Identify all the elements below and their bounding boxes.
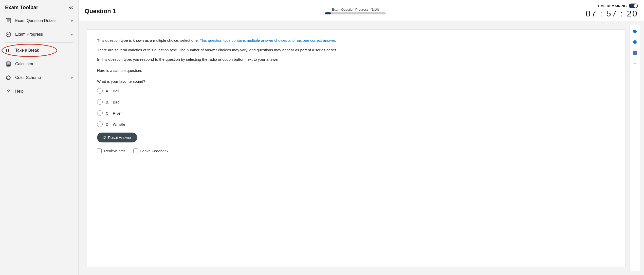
desc-line1-part1: This question type is known as a multipl… <box>97 38 199 43</box>
answer-option-c: C. River <box>97 110 615 116</box>
svg-line-23 <box>7 78 8 79</box>
collapse-icon[interactable]: ≪ <box>68 5 73 10</box>
chevron-color-scheme: ∨ <box>71 76 73 80</box>
reset-icon: ↺ <box>103 135 106 140</box>
svg-rect-9 <box>7 64 8 65</box>
question-title: Question 1 <box>85 8 125 15</box>
progress-count: (1/10) <box>371 8 379 11</box>
time-toggle[interactable] <box>629 4 638 8</box>
help-icon: ? <box>5 88 12 95</box>
answer-letter-b: B. <box>106 100 111 104</box>
calculator-icon <box>5 61 12 67</box>
desc-line1-part2: This question type contains multiple ans… <box>199 38 336 43</box>
answer-option-a: A. Bell <box>97 88 615 94</box>
sample-label: Here is a sample question: <box>97 67 615 74</box>
footer-checkboxes: Review later Leave Feedback <box>97 149 615 153</box>
reset-answer-button[interactable]: ↺ Reset Answer <box>97 133 137 142</box>
answer-label-a[interactable]: A. Bell <box>106 89 119 93</box>
svg-point-4 <box>6 32 11 37</box>
description-line2: There are several varieties of this ques… <box>97 47 615 53</box>
sidebar-header: Exam Toolbar ≪ <box>0 0 78 14</box>
answer-option-b: B. Bird <box>97 99 615 105</box>
sidebar-item-label-calculator: Calculator <box>15 62 73 66</box>
answer-text-a: Bell <box>113 89 119 93</box>
review-later-item[interactable]: Review later <box>97 149 125 153</box>
answer-letter-a: A. <box>106 89 111 93</box>
svg-line-20 <box>7 76 8 77</box>
svg-rect-14 <box>9 65 10 66</box>
svg-rect-11 <box>9 64 10 65</box>
sidebar-item-calculator[interactable]: Calculator <box>0 57 78 71</box>
main-area: Question 1 Exam Question Progress (1/10)… <box>79 0 644 275</box>
exam-progress-icon <box>5 31 12 38</box>
sidebar-item-label-exam-question-details: Exam Question Details <box>15 18 67 23</box>
review-later-checkbox[interactable] <box>97 149 102 153</box>
take-a-break-icon <box>5 47 12 54</box>
progress-label: Exam Question Progress (1/10) <box>332 8 379 11</box>
leave-feedback-item[interactable]: Leave Feedback <box>133 149 169 153</box>
svg-line-22 <box>9 76 10 77</box>
answer-label-b[interactable]: B. Bird <box>106 100 120 104</box>
svg-rect-5 <box>6 49 7 52</box>
answer-label-d[interactable]: D. Whistle <box>106 122 125 126</box>
time-display: 07 : 57 : 20 <box>586 9 638 18</box>
exam-question-details-icon <box>5 17 12 24</box>
sidebar-item-exam-progress[interactable]: Exam Progress ∨ <box>0 28 78 41</box>
radio-b[interactable] <box>97 99 103 105</box>
answer-text-c: River <box>113 111 122 115</box>
review-later-label: Review later <box>104 149 125 153</box>
answer-option-d: D. Whistle <box>97 121 615 127</box>
radio-a[interactable] <box>97 88 103 94</box>
content-wrapper: This question type is known as a multipl… <box>79 21 644 275</box>
sidebar-item-help[interactable]: ? Help <box>0 84 78 98</box>
svg-rect-12 <box>7 65 8 66</box>
question-prompt: What is your favorite sound? <box>97 79 615 83</box>
svg-point-24 <box>633 30 637 33</box>
svg-point-25 <box>633 40 637 44</box>
description-line1: This question type is known as a multipl… <box>97 37 615 44</box>
description-line3: In this question type, you respond to th… <box>97 56 615 63</box>
sidebar-item-color-scheme[interactable]: Color Scheme ∨ <box>0 71 78 84</box>
leave-feedback-checkbox[interactable] <box>133 149 138 153</box>
answer-letter-c: C. <box>106 111 111 115</box>
svg-rect-10 <box>8 64 9 65</box>
sidebar: Exam Toolbar ≪ Exam Question Details ∨ E… <box>0 0 79 275</box>
time-section: TIME REMAINING 07 : 57 : 20 <box>586 4 638 18</box>
content-area: This question type is known as a multipl… <box>87 29 625 267</box>
progress-section: Exam Question Progress (1/10) <box>130 8 581 14</box>
progress-text: Exam Question Progress <box>332 8 369 11</box>
sidebar-item-take-a-break[interactable]: Take a Break <box>0 44 78 57</box>
color-scheme-icon <box>5 74 12 81</box>
chevron-exam-question-details: ∨ <box>71 19 73 23</box>
radio-d[interactable] <box>97 121 103 127</box>
svg-rect-13 <box>8 65 9 66</box>
reset-answer-label: Reset Answer <box>108 135 132 140</box>
answer-label-c[interactable]: C. River <box>106 111 122 115</box>
sidebar-item-label-color-scheme: Color Scheme <box>15 75 67 80</box>
radio-c[interactable] <box>97 110 103 116</box>
leave-feedback-label: Leave Feedback <box>140 149 169 153</box>
svg-line-21 <box>9 78 10 79</box>
plus-icon[interactable]: + <box>631 60 638 67</box>
right-icons-panel: + <box>630 25 640 271</box>
progress-bar-fill <box>325 12 331 14</box>
right-icon-2[interactable] <box>631 38 638 46</box>
svg-rect-8 <box>7 62 10 63</box>
right-icon-3[interactable] <box>631 49 638 56</box>
sidebar-item-exam-question-details[interactable]: Exam Question Details ∨ <box>0 14 78 28</box>
sidebar-item-label-help: Help <box>15 89 73 94</box>
answer-text-b: Bird <box>113 100 120 104</box>
time-remaining-text: TIME REMAINING <box>597 4 627 8</box>
svg-rect-26 <box>633 51 637 55</box>
answer-text-d: Whistle <box>113 122 125 126</box>
answer-letter-d: D. <box>106 122 111 126</box>
svg-rect-6 <box>8 49 9 52</box>
chevron-exam-progress: ∨ <box>71 33 73 36</box>
sidebar-item-label-exam-progress: Exam Progress <box>15 32 67 37</box>
topbar: Question 1 Exam Question Progress (1/10)… <box>79 0 644 21</box>
progress-bar-container <box>325 12 386 14</box>
sidebar-title: Exam Toolbar <box>5 5 38 10</box>
right-icon-1[interactable] <box>631 28 638 35</box>
sidebar-item-label-take-a-break: Take a Break <box>15 48 73 53</box>
sidebar-divider <box>5 42 73 43</box>
